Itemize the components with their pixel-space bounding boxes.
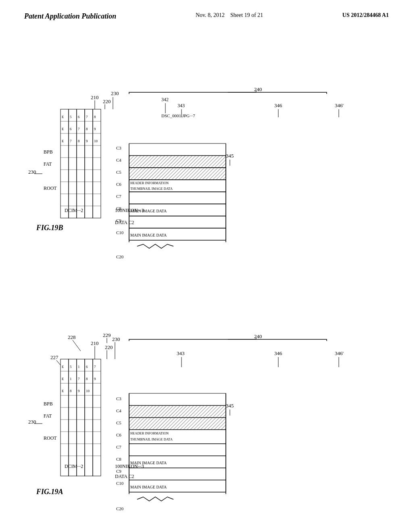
patent-number: US 2012/284468 A1 [342,12,389,19]
ref230-left-a: 230 [28,419,36,425]
ref228-a: 228 [68,334,76,340]
svg-text:7: 7 [78,377,80,381]
svg-text:6: 6 [70,127,72,131]
c6-a: C6 [116,432,121,437]
c7-b: C7 [116,194,121,199]
ref220-a: 220 [105,344,113,350]
svg-text:9: 9 [86,139,88,143]
svg-rect-3 [77,109,85,218]
svg-text:E: E [62,389,64,393]
svg-rect-2 [69,109,77,218]
c8-b: C8 [116,206,121,211]
ref210-b: 210 [91,94,99,100]
svg-rect-37 [129,156,226,168]
fat-label-b: FAT [44,161,52,167]
c9-a: C9 [116,469,121,474]
svg-text:8: 8 [78,139,80,143]
ref346p-b: 346' [335,102,344,108]
ref345-b: 345 [226,153,234,159]
svg-text:7: 7 [78,127,80,131]
c20-b: C20 [116,254,124,259]
ref210-a: 210 [91,340,99,346]
c5-b: C5 [116,170,121,175]
publication-title: Patent Application Publication [24,12,116,21]
svg-text:5: 5 [70,115,72,119]
ref227-a: 227 [50,354,58,360]
c4-a: C4 [116,408,121,413]
ref230-left-b: 230 [28,169,36,175]
dcim-label-b: DCIM···2 [65,208,83,213]
svg-text:9: 9 [94,127,96,131]
ref230-top-a: 230 [112,336,120,342]
main-img-b: MAIN IMAGE DATA [130,209,167,213]
svg-text:10: 10 [86,389,90,393]
fat-label-a: FAT [44,413,52,419]
ref345-a: 345 [226,403,234,409]
ref343-b: 343 [177,103,185,108]
svg-text:9: 9 [78,389,80,393]
svg-rect-1 [60,109,69,218]
svg-text:E: E [62,115,64,119]
c10-b: C10 [116,230,124,235]
fig19b-label: FIG.19B [36,224,63,232]
svg-line-92 [56,360,60,365]
svg-text:E: E [62,377,64,381]
c3-a: C3 [116,396,121,401]
svg-rect-4 [85,109,93,218]
ref346-b: 346 [274,102,282,108]
svg-rect-100 [129,405,226,418]
svg-text:8: 8 [70,389,72,393]
svg-line-91 [73,340,81,351]
svg-rect-38 [129,168,226,180]
c6-b: C6 [116,182,121,187]
c10-a: C10 [116,481,124,486]
page-header: Patent Application Publication Nov. 8, 2… [0,0,413,25]
header-info-b: HEADER INFORMATION [130,181,169,185]
c20-a: C20 [116,506,124,511]
bpb-label-b: BPB [44,149,53,155]
svg-text:E: E [62,139,64,143]
ref346p-a: 346' [335,350,344,356]
fig19a-diagram: FIG.19A BPB FAT ROOT 230 E 5 1 6 7 E 1 7… [24,270,395,520]
svg-rect-5 [93,109,101,218]
c4-b: C4 [116,158,121,162]
ref240-a: 240 [254,333,262,339]
main-img2-b: MAIN IMAGE DATA [130,233,167,237]
dcim-label-a: DCIM···2 [65,463,83,469]
ref342-b: 342 [161,97,169,102]
fig19a-label: FIG.19A [36,488,63,496]
svg-text:8: 8 [86,127,88,131]
svg-rect-101 [129,418,226,430]
svg-text:5: 5 [70,365,72,369]
svg-text:6: 6 [78,115,80,119]
main-img2-a: MAIN IMAGE DATA [130,485,167,489]
ref229-a: 229 [103,332,111,338]
c9-b: C9 [116,218,121,223]
ref230-top-b: 230 [111,90,119,96]
svg-rect-105 [129,468,226,480]
ref220-b: 220 [103,98,111,104]
publication-date-sheet: Nov. 8, 2012 Sheet 19 of 21 [196,12,263,19]
content-area: FIG.19B BPB FAT ROOT 230 E 5 6 7 8 E 6 7… [0,25,413,528]
ref343-a: 343 [177,350,185,356]
bpb-label-a: BPB [44,401,53,407]
svg-text:7: 7 [94,365,96,369]
header-info-a: HEADER INFORMATION [130,431,169,435]
thumb-data-b: THUMBNAIL IMAGE DATA [130,187,173,191]
root-label-b: ROOT [44,185,57,191]
svg-text:8: 8 [86,377,88,381]
datac2-label-a: DATA C2 [115,474,134,479]
svg-text:E: E [62,127,64,131]
svg-text:7: 7 [86,115,88,119]
c8-a: C8 [116,457,121,461]
ref240-b: 240 [254,86,262,92]
c7-a: C7 [116,445,121,449]
root-label-a: ROOT [44,435,57,441]
fig19b-diagram: FIG.19B BPB FAT ROOT 230 E 5 6 7 8 E 6 7… [24,33,395,266]
svg-text:E: E [62,365,64,369]
svg-rect-99 [129,393,226,405]
svg-rect-103 [129,444,226,456]
c3-b: C3 [116,145,121,150]
svg-text:10: 10 [94,139,98,143]
dsc-label-b: DSC_0001.JPG···7 [161,113,195,118]
